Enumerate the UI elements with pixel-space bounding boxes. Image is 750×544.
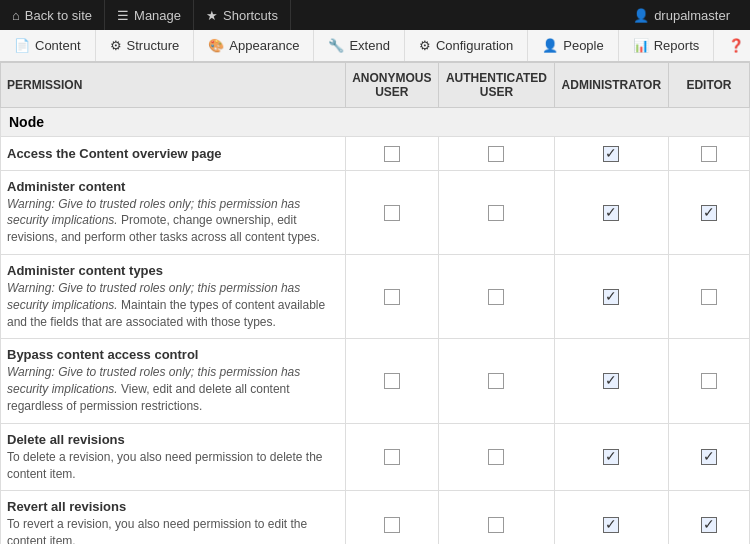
appearance-icon: 🎨 (208, 38, 224, 53)
home-icon: ⌂ (12, 8, 20, 23)
checkbox-editor[interactable] (668, 137, 749, 171)
nav-people[interactable]: 👤 People (528, 30, 618, 61)
checkbox-anonymous[interactable] (345, 170, 439, 254)
checkbox-administrator[interactable] (554, 170, 668, 254)
permission-cell: Administer content types Warning: Give t… (1, 254, 346, 338)
table-row: Administer content types Warning: Give t… (1, 254, 750, 338)
checkbox-administrator-icon[interactable] (603, 289, 619, 305)
checkbox-anonymous[interactable] (345, 254, 439, 338)
checkbox-authenticated[interactable] (439, 339, 555, 423)
table-row: Bypass content access control Warning: G… (1, 339, 750, 423)
help-icon: ❓ (728, 38, 744, 53)
checkbox-editor-icon[interactable] (701, 517, 717, 533)
permission-name: Administer content types (7, 263, 339, 278)
table-row: Administer content Warning: Give to trus… (1, 170, 750, 254)
checkbox-editor-icon[interactable] (701, 449, 717, 465)
menu-icon: ☰ (117, 8, 129, 23)
nav-help[interactable]: ❓ Help (714, 30, 750, 61)
checkbox-administrator-icon[interactable] (603, 517, 619, 533)
permissions-table: PERMISSION ANONYMOUS USER AUTHENTICATED … (0, 62, 750, 544)
checkbox-administrator-icon[interactable] (603, 205, 619, 221)
checkbox-editor[interactable] (668, 339, 749, 423)
checkbox-authenticated-icon[interactable] (488, 205, 504, 221)
checkbox-editor[interactable] (668, 170, 749, 254)
checkbox-administrator-icon[interactable] (603, 449, 619, 465)
checkbox-editor-icon[interactable] (701, 289, 717, 305)
header-anonymous: ANONYMOUS USER (345, 63, 439, 108)
checkbox-administrator[interactable] (554, 254, 668, 338)
checkbox-administrator-icon[interactable] (603, 373, 619, 389)
checkbox-authenticated-icon[interactable] (488, 289, 504, 305)
user-menu[interactable]: 👤 drupalmaster (621, 0, 742, 30)
table-row: Access the Content overview page (1, 137, 750, 171)
permission-name: Revert all revisions (7, 499, 339, 514)
structure-icon: ⚙ (110, 38, 122, 53)
checkbox-authenticated-icon[interactable] (488, 449, 504, 465)
checkbox-authenticated[interactable] (439, 137, 555, 171)
back-to-site[interactable]: ⌂ Back to site (8, 0, 105, 30)
checkbox-anonymous[interactable] (345, 423, 439, 491)
people-icon: 👤 (542, 38, 558, 53)
header-editor: EDITOR (668, 63, 749, 108)
header-administrator: ADMINISTRATOR (554, 63, 668, 108)
nav-extend[interactable]: 🔧 Extend (314, 30, 404, 61)
section-name: Node (1, 108, 750, 137)
header-authenticated: AUTHENTICATED USER (439, 63, 555, 108)
checkbox-anonymous[interactable] (345, 491, 439, 544)
nav-reports[interactable]: 📊 Reports (619, 30, 715, 61)
star-icon: ★ (206, 8, 218, 23)
header-permission: PERMISSION (1, 63, 346, 108)
nav-structure[interactable]: ⚙ Structure (96, 30, 195, 61)
checkbox-anonymous-icon[interactable] (384, 289, 400, 305)
permission-name: Bypass content access control (7, 347, 339, 362)
permission-cell: Administer content Warning: Give to trus… (1, 170, 346, 254)
manage-menu[interactable]: ☰ Manage (105, 0, 194, 30)
checkbox-administrator[interactable] (554, 423, 668, 491)
permission-name: Delete all revisions (7, 432, 339, 447)
checkbox-anonymous[interactable] (345, 339, 439, 423)
checkbox-administrator-icon[interactable] (603, 146, 619, 162)
permission-cell: Bypass content access control Warning: G… (1, 339, 346, 423)
reports-icon: 📊 (633, 38, 649, 53)
checkbox-authenticated-icon[interactable] (488, 146, 504, 162)
checkbox-authenticated-icon[interactable] (488, 517, 504, 533)
checkbox-anonymous[interactable] (345, 137, 439, 171)
checkbox-authenticated[interactable] (439, 170, 555, 254)
checkbox-anonymous-icon[interactable] (384, 373, 400, 389)
checkbox-administrator[interactable] (554, 339, 668, 423)
checkbox-editor-icon[interactable] (701, 146, 717, 162)
admin-bar: ⌂ Back to site ☰ Manage ★ Shortcuts 👤 dr… (0, 0, 750, 30)
checkbox-administrator[interactable] (554, 491, 668, 544)
content-icon: 📄 (14, 38, 30, 53)
secondary-nav: 📄 Content ⚙ Structure 🎨 Appearance 🔧 Ext… (0, 30, 750, 62)
checkbox-anonymous-icon[interactable] (384, 517, 400, 533)
checkbox-authenticated[interactable] (439, 491, 555, 544)
config-icon: ⚙ (419, 38, 431, 53)
checkbox-anonymous-icon[interactable] (384, 205, 400, 221)
permission-name: Administer content (7, 179, 339, 194)
checkbox-anonymous-icon[interactable] (384, 146, 400, 162)
checkbox-editor[interactable] (668, 254, 749, 338)
checkbox-editor-icon[interactable] (701, 205, 717, 221)
checkbox-administrator[interactable] (554, 137, 668, 171)
checkbox-authenticated-icon[interactable] (488, 373, 504, 389)
permission-cell: Delete all revisions To delete a revisio… (1, 423, 346, 491)
table-row: Delete all revisions To delete a revisio… (1, 423, 750, 491)
extend-icon: 🔧 (328, 38, 344, 53)
shortcuts-menu[interactable]: ★ Shortcuts (194, 0, 291, 30)
user-icon: 👤 (633, 8, 649, 23)
checkbox-authenticated[interactable] (439, 423, 555, 491)
nav-content[interactable]: 📄 Content (0, 30, 96, 61)
nav-appearance[interactable]: 🎨 Appearance (194, 30, 314, 61)
checkbox-authenticated[interactable] (439, 254, 555, 338)
section-header-row: Node (1, 108, 750, 137)
checkbox-editor-icon[interactable] (701, 373, 717, 389)
nav-configuration[interactable]: ⚙ Configuration (405, 30, 528, 61)
permission-cell: Access the Content overview page (1, 137, 346, 171)
checkbox-anonymous-icon[interactable] (384, 449, 400, 465)
permission-name: Access the Content overview page (7, 146, 339, 161)
checkbox-editor[interactable] (668, 491, 749, 544)
checkbox-editor[interactable] (668, 423, 749, 491)
permission-cell: Revert all revisions To revert a revisio… (1, 491, 346, 544)
table-row: Revert all revisions To revert a revisio… (1, 491, 750, 544)
